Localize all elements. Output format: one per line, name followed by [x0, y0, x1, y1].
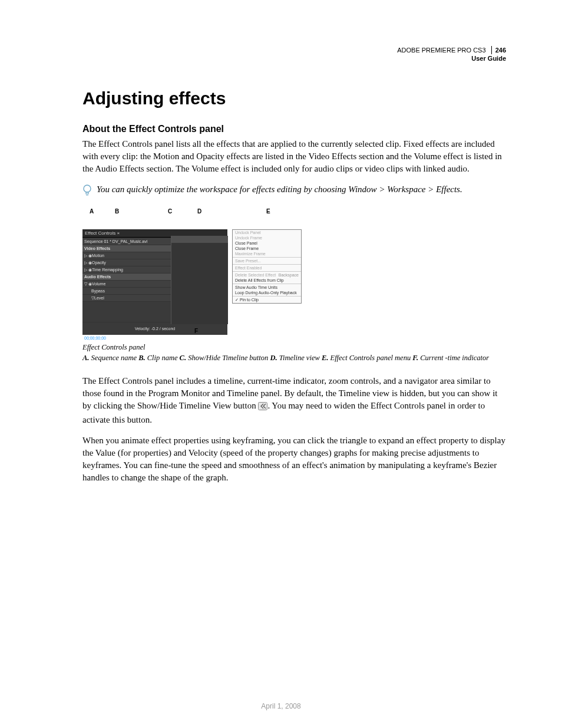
page-number: 246	[491, 46, 506, 54]
heading-2: About the Effect Controls panel	[82, 124, 506, 134]
mi-delete-all[interactable]: Delete All Effects from Clip	[233, 278, 301, 283]
callout-E: E	[266, 208, 270, 215]
mi-maximize[interactable]: Maximize Frame	[233, 251, 301, 256]
tip-block: You can quickly optimize the workspace f…	[82, 183, 506, 197]
panel-menu: Undock Panel Undock Frame Close Panel Cl…	[232, 229, 302, 304]
mi-loop-playback[interactable]: Loop During Audio-Only Playback	[233, 290, 301, 295]
callout-F: F	[194, 328, 198, 334]
callout-B: B	[115, 208, 119, 215]
mi-undock-frame[interactable]: Undock Frame	[233, 235, 301, 241]
mi-close-panel[interactable]: Close Panel	[233, 241, 301, 246]
figure-legend: A. Sequence name B. Clip name C. Show/Hi…	[82, 353, 506, 363]
mi-pin-to-clip[interactable]: ✓ Pin to Clip	[233, 297, 301, 303]
callout-C: C	[168, 208, 172, 215]
paragraph-intro: The Effect Controls panel lists all the …	[82, 138, 506, 175]
heading-1: Adjusting effects	[82, 88, 506, 108]
callout-A: A	[90, 208, 94, 215]
figure: A B C D E Effect Controls × Sequence 01 …	[82, 208, 506, 363]
tip-text: You can quickly optimize the workspace f…	[97, 183, 462, 196]
svg-rect-2	[259, 403, 267, 410]
timeline-view[interactable]	[171, 236, 228, 324]
paragraph-2: The Effect Controls panel includes a tim…	[82, 375, 506, 426]
page-header: ADOBE PREMIERE PRO CS3 246 User Guide	[397, 46, 506, 62]
show-hide-timeline-icon	[258, 401, 267, 414]
mi-close-frame[interactable]: Close Frame	[233, 246, 301, 251]
mi-delete-selected[interactable]: Delete Selected EffectBackspace	[233, 272, 301, 278]
callout-row-top: A B C D E	[82, 208, 506, 219]
header-sub: User Guide	[397, 54, 506, 62]
mi-save-preset[interactable]: Save Preset...	[233, 258, 301, 263]
mi-effect-enabled[interactable]: Effect Enabled	[233, 265, 301, 271]
paragraph-3: When you animate effect properties using…	[82, 434, 506, 484]
mi-undock-panel[interactable]: Undock Panel	[233, 230, 301, 235]
svg-point-0	[84, 185, 91, 192]
figure-title: Effect Controls panel	[82, 343, 506, 352]
callout-D: D	[197, 208, 201, 215]
mi-audio-units[interactable]: Show Audio Time Units	[233, 285, 301, 290]
footer-date: April 1, 2008	[0, 702, 562, 710]
header-product: ADOBE PREMIERE PRO CS3	[397, 47, 485, 54]
lightbulb-icon	[82, 185, 92, 197]
callout-row-bottom: F	[82, 328, 506, 337]
